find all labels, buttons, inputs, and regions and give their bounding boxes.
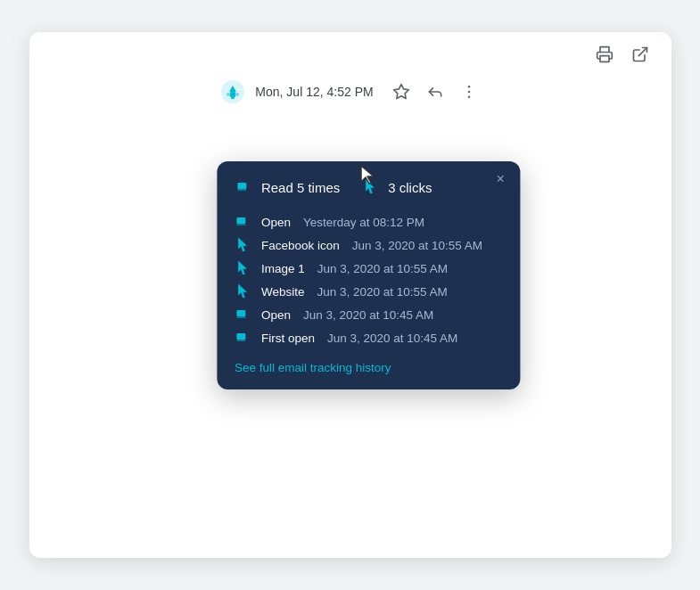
see-full-link[interactable]: See full email tracking history <box>235 361 391 374</box>
event-label: Open <box>261 308 291 322</box>
event-label: Image 1 <box>261 262 305 275</box>
clicks-label: 3 clicks <box>388 180 432 195</box>
popup-summary: Read 5 times 3 clicks <box>235 177 502 201</box>
open-icon <box>235 329 252 347</box>
svg-marker-21 <box>238 261 246 275</box>
svg-rect-28 <box>236 340 245 341</box>
event-label: Facebook icon <box>261 239 340 252</box>
email-header: Mon, Jul 12, 4:52 PM <box>29 64 671 103</box>
clicks-summary: 3 clicks <box>361 177 432 197</box>
reads-label: Read 5 times <box>261 180 340 195</box>
browser-frame: Mon, Jul 12, 4:52 PM <box>29 32 671 558</box>
svg-point-9 <box>467 86 470 88</box>
popout-icon[interactable] <box>630 45 650 64</box>
svg-rect-25 <box>236 316 245 318</box>
event-time: Jun 3, 2020 at 10:55 AM <box>317 285 447 299</box>
svg-line-1 <box>638 48 646 56</box>
svg-point-10 <box>467 91 470 94</box>
event-item: Facebook icon Jun 3, 2020 at 10:55 AM <box>235 236 502 254</box>
svg-point-11 <box>467 96 470 99</box>
event-time: Jun 3, 2020 at 10:55 AM <box>317 262 448 275</box>
event-time: Yesterday at 08:12 PM <box>303 216 424 229</box>
svg-marker-8 <box>393 85 408 99</box>
svg-rect-19 <box>236 224 245 225</box>
event-item: First open Jun 3, 2020 at 10:45 AM <box>235 329 502 347</box>
tracking-popup: × Read 5 times <box>217 161 520 389</box>
more-icon[interactable] <box>459 82 479 102</box>
click-icon <box>235 259 252 277</box>
svg-point-6 <box>226 93 230 96</box>
event-item: Image 1 Jun 3, 2020 at 10:55 AM <box>235 259 502 277</box>
event-time: Jun 3, 2020 at 10:55 AM <box>352 239 482 252</box>
read-icon <box>235 177 254 197</box>
svg-point-7 <box>235 93 239 96</box>
email-actions <box>391 82 479 102</box>
event-label: First open <box>261 332 315 345</box>
svg-marker-20 <box>238 238 246 251</box>
click-icon <box>361 177 381 197</box>
tracker-badge[interactable] <box>221 80 244 103</box>
svg-rect-15 <box>237 189 246 191</box>
svg-rect-3 <box>230 92 235 97</box>
event-label: Open <box>261 216 291 229</box>
event-time: Jun 3, 2020 at 10:45 AM <box>327 332 457 345</box>
toolbar <box>29 32 671 64</box>
event-time: Jun 3, 2020 at 10:45 AM <box>303 308 433 322</box>
event-item: Open Jun 3, 2020 at 10:45 AM <box>235 306 502 324</box>
svg-marker-22 <box>238 284 246 298</box>
event-label: Website <box>261 285 305 299</box>
event-item: Open Yesterday at 08:12 PM <box>235 213 502 231</box>
star-icon[interactable] <box>391 82 411 102</box>
svg-rect-0 <box>600 56 609 62</box>
reply-icon[interactable] <box>425 82 445 102</box>
email-date: Mon, Jul 12, 4:52 PM <box>255 85 373 99</box>
open-icon <box>235 306 252 324</box>
click-icon <box>235 236 252 254</box>
svg-rect-5 <box>231 97 235 99</box>
reads-summary: Read 5 times <box>235 177 340 197</box>
print-icon[interactable] <box>595 45 614 64</box>
event-list: Open Yesterday at 08:12 PM Facebook icon… <box>235 213 502 347</box>
event-item: Website Jun 3, 2020 at 10:55 AM <box>235 283 502 300</box>
open-icon <box>235 213 252 231</box>
svg-marker-16 <box>366 180 374 193</box>
popup-close-button[interactable]: × <box>492 170 509 188</box>
click-icon <box>235 283 252 300</box>
